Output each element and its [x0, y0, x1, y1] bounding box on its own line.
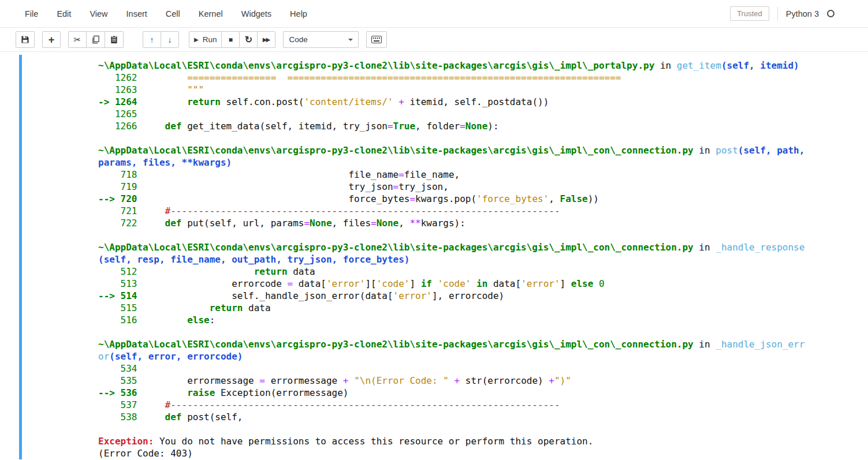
traceback-segment: --> 514: [98, 290, 143, 301]
traceback-segment: 1265: [98, 109, 143, 119]
arrow-up-icon: ↑: [150, 36, 154, 44]
traceback-line: Exception: You do not have permissions t…: [98, 436, 593, 447]
traceback-segment: ], errorcode): [432, 290, 504, 301]
traceback-segment: ][: [365, 278, 376, 289]
traceback-segment: data: [243, 302, 270, 313]
traceback-segment: ================ =======================…: [187, 72, 621, 83]
menu-file[interactable]: File: [16, 6, 47, 22]
traceback-segment: [143, 315, 187, 326]
run-button[interactable]: ▶ Run: [189, 31, 222, 48]
traceback-segment: 'error': [521, 278, 560, 289]
traceback-segment: -> 1264: [98, 96, 143, 107]
traceback-segment: return: [254, 266, 288, 277]
traceback-segment: [143, 84, 187, 95]
traceback-segment: data[: [293, 278, 326, 289]
traceback-segment: )): [588, 193, 599, 204]
traceback-segment: try_json: [348, 181, 393, 192]
traceback-segment: errormessage: [187, 375, 259, 386]
traceback-segment: =: [371, 218, 377, 229]
traceback-segment: +: [398, 96, 404, 107]
traceback-segment: self.con.post(: [221, 96, 304, 107]
traceback-segment: in: [476, 278, 487, 289]
traceback-segment: [143, 302, 210, 313]
traceback-segment: 'force_bytes': [476, 193, 549, 204]
menu-kernel[interactable]: Kernel: [189, 6, 232, 22]
traceback-segment: 538: [98, 412, 143, 422]
traceback-segment: post(self,: [182, 412, 243, 422]
save-button[interactable]: [16, 31, 35, 48]
traceback-segment: --> 720: [98, 193, 143, 204]
traceback-segment: get_item_data(self, itemid, try_json: [182, 121, 388, 132]
traceback-line: --> 514 self._handle_json_error(data['er…: [98, 290, 504, 301]
traceback-segment: False: [560, 193, 588, 204]
traceback-segment: [471, 278, 476, 289]
clipboard-icon: [110, 35, 118, 44]
traceback-segment: ]: [409, 278, 420, 289]
traceback-segment: errormessage: [265, 375, 343, 386]
menu-cell[interactable]: Cell: [157, 6, 189, 22]
traceback-segment: ):: [487, 121, 498, 132]
traceback-segment: None: [310, 218, 332, 229]
traceback-segment: ~\AppData\Local\ESRI\conda\envs\arcgispr…: [98, 242, 694, 253]
traceback-line: 722 def put(self, url, params=None, file…: [98, 218, 465, 229]
traceback-segment: "\n(Error Code: ": [354, 375, 449, 386]
move-cell-up-button[interactable]: ↑: [143, 31, 161, 48]
traceback-line: 515 return data: [98, 302, 271, 313]
menu-edit[interactable]: Edit: [47, 6, 80, 22]
menu-insert[interactable]: Insert: [117, 6, 157, 22]
traceback-segment: ")": [554, 375, 571, 386]
traceback-segment: [143, 205, 165, 216]
traceback-line: 719 try_json=try_json,: [98, 181, 449, 192]
paste-cells-button[interactable]: [105, 31, 124, 48]
traceback-segment: else: [571, 278, 594, 289]
traceback-segment: +: [343, 375, 349, 386]
traceback-segment: data: [288, 266, 315, 277]
traceback-line: 534: [98, 363, 143, 374]
traceback-segment: [143, 121, 165, 132]
traceback-segment: --> 536: [98, 387, 143, 398]
traceback-segment: ~\AppData\Local\ESRI\conda\envs\arcgispr…: [98, 339, 694, 350]
traceback-segment: ~\AppData\Local\ESRI\conda\envs\arcgispr…: [98, 145, 694, 156]
traceback-segment: [143, 96, 187, 107]
traceback-line: 721 #-----------------------------------…: [98, 205, 560, 216]
command-palette-button[interactable]: [366, 31, 387, 48]
traceback-segment: [393, 96, 399, 107]
traceback-segment: [143, 181, 348, 192]
save-icon: [21, 35, 29, 44]
traceback-segment: :: [210, 315, 215, 326]
menu-widgets[interactable]: Widgets: [232, 6, 281, 22]
traceback-segment: +: [549, 375, 554, 386]
traceback-segment: [143, 266, 254, 277]
traceback-segment: 0: [599, 278, 605, 289]
traceback-segment: =: [388, 121, 393, 132]
arrow-down-icon: ↓: [168, 36, 172, 44]
traceback-segment: 535: [98, 375, 143, 386]
add-cell-button[interactable]: +: [42, 31, 61, 48]
selected-cell-indicator: [19, 55, 22, 459]
cut-cells-button[interactable]: ✂: [68, 31, 87, 48]
interrupt-kernel-button[interactable]: ■: [221, 31, 240, 48]
cell-output-area: ~\AppData\Local\ESRI\conda\envs\arcgispr…: [98, 52, 868, 459]
plus-icon: +: [49, 35, 55, 45]
restart-run-all-button[interactable]: ▶▶: [257, 31, 275, 48]
copy-cells-button[interactable]: [86, 31, 105, 48]
traceback-segment: You do not have permissions to access th…: [154, 436, 593, 447]
traceback-segment: [449, 375, 455, 386]
traceback-line: 718 file_name=file_name,: [98, 169, 460, 180]
traceback-line: 1265: [98, 109, 143, 119]
traceback-segment: Exception(errormessage): [215, 387, 348, 398]
move-cell-down-button[interactable]: ↓: [161, 31, 179, 48]
menu-view[interactable]: View: [80, 6, 117, 22]
restart-kernel-button[interactable]: ↻: [239, 31, 258, 48]
traceback-segment: def: [165, 412, 182, 422]
cell-type-dropdown[interactable]: Code: [283, 31, 359, 48]
traceback-segment: try_json,: [398, 181, 449, 192]
traceback-line: ~\AppData\Local\ESRI\conda\envs\arcgispr…: [98, 145, 810, 168]
traceback-segment: [143, 169, 348, 180]
stop-icon: ■: [229, 36, 233, 43]
traceback-segment: errorcode: [232, 278, 287, 289]
traceback-segment: , folder: [415, 121, 460, 132]
traceback-segment: str(errorcode): [460, 375, 549, 386]
traceback-segment: None: [465, 121, 488, 132]
menu-help[interactable]: Help: [281, 6, 316, 22]
